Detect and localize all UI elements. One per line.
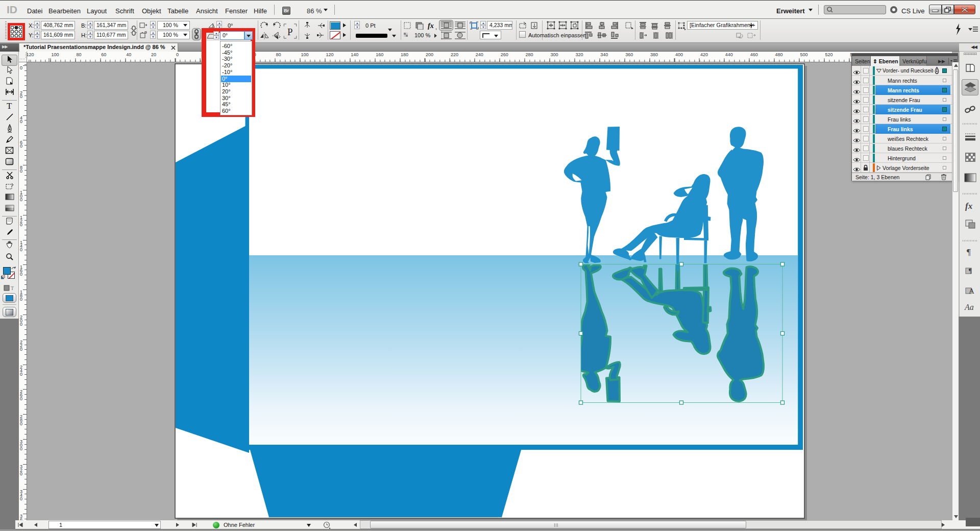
svg-text:Aa: Aa	[964, 303, 974, 311]
svg-text:T: T	[11, 285, 14, 291]
svg-text:A: A	[969, 287, 974, 295]
svg-text:T: T	[7, 102, 12, 110]
svg-text:¶: ¶	[967, 247, 971, 257]
svg-text:¶: ¶	[969, 267, 972, 274]
svg-text:P: P	[287, 27, 292, 37]
svg-text:fx: fx	[965, 201, 973, 211]
